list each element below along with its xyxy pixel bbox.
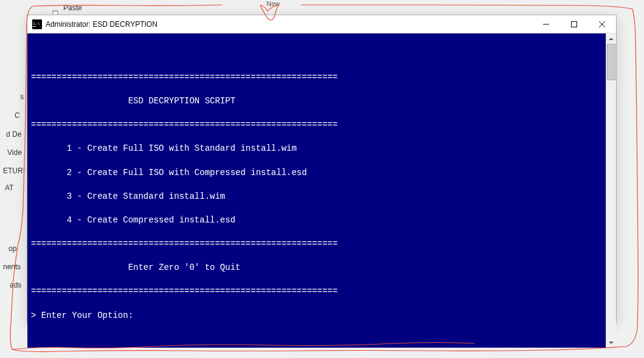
scrollbar-down-arrow[interactable] [606, 337, 616, 348]
console-body: ========================================… [27, 33, 616, 348]
console-window: C:\ Administrator: ESD DECRYPTION ======… [27, 15, 617, 323]
maximize-button[interactable] [560, 15, 588, 33]
cmd-icon: C:\ [32, 19, 42, 29]
window-title: Administrator: ESD DECRYPTION [46, 20, 532, 29]
console-prompt-line: > Enter Your Option: [31, 310, 602, 322]
scrollbar-thumb[interactable] [607, 44, 615, 80]
console-divider: ========================================… [31, 72, 602, 84]
svg-text:C:\: C:\ [33, 21, 40, 26]
bg-item: op [9, 243, 16, 255]
console-prompt: > Enter Your Option: [31, 311, 133, 320]
title-bar[interactable]: C:\ Administrator: ESD DECRYPTION [27, 15, 616, 33]
bg-item: ETURI [3, 165, 25, 177]
console-divider: ========================================… [31, 238, 602, 250]
console-option-1: 1 - Create Full ISO with Standard instal… [31, 143, 602, 155]
console-option-4: 4 - Create Compressed install.esd [31, 215, 602, 227]
bg-item: s [20, 91, 24, 103]
vertical-scrollbar[interactable] [606, 33, 616, 348]
scrollbar-up-arrow[interactable] [606, 33, 616, 44]
console-option-3: 3 - Create Standard install.wim [31, 191, 602, 203]
new-label: New [266, 0, 280, 10]
bg-item: nents [3, 261, 21, 273]
bg-item: ads [10, 280, 21, 291]
bg-item: d De [6, 129, 21, 140]
svg-rect-6 [572, 22, 577, 27]
svg-marker-10 [609, 342, 614, 344]
console-divider: ========================================… [31, 286, 602, 298]
close-button[interactable] [588, 15, 616, 33]
minimize-button[interactable] [532, 15, 560, 33]
svg-marker-9 [609, 38, 614, 40]
console-option-2: 2 - Create Full ISO with Compressed inst… [31, 167, 602, 179]
console-header: ESD DECRYPTION SCRIPT [31, 95, 602, 108]
console-line [31, 48, 602, 60]
console-quit-line: Enter Zero '0' to Quit [31, 262, 602, 274]
svg-rect-1 [54, 10, 57, 12]
console-output[interactable]: ========================================… [27, 33, 606, 348]
bg-item: AT [5, 182, 13, 194]
console-divider: ========================================… [31, 119, 602, 131]
bg-item: C [15, 110, 20, 122]
bg-item: Vide [7, 147, 22, 159]
window-controls [532, 15, 616, 33]
svg-rect-4 [33, 26, 36, 27]
